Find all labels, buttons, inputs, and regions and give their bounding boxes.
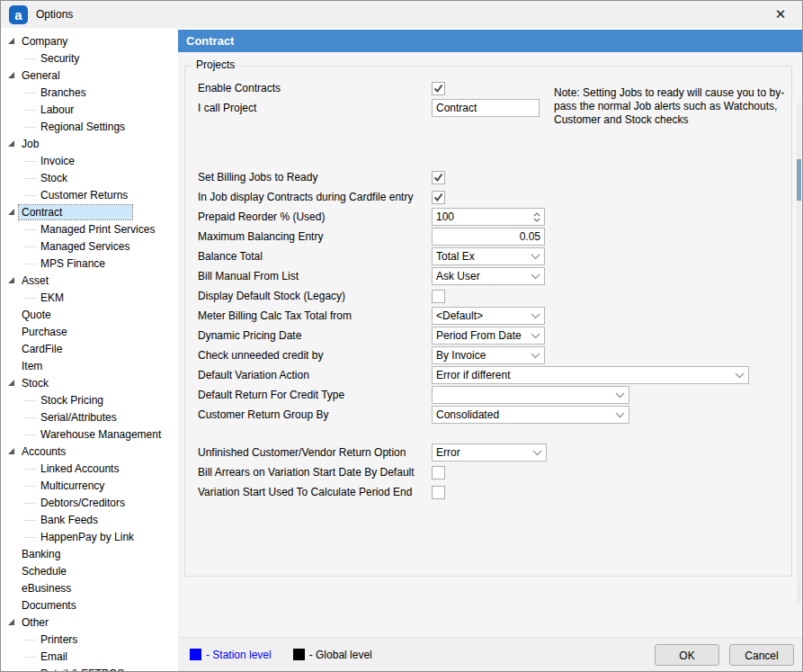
sidebar-item-managed-services[interactable]: Managed Services <box>1 237 178 255</box>
maximum-balancing-entry-input[interactable]: 0.05 <box>432 228 545 246</box>
sidebar-item-stock[interactable]: Stock <box>1 169 178 186</box>
sidebar-item-item[interactable]: Item <box>1 357 178 374</box>
variation-start-used-to-calculate-period-end-checkbox[interactable] <box>432 486 445 499</box>
meter-billing-calc-tax-total-from-select[interactable]: <Default> <box>432 307 545 325</box>
ok-button[interactable]: OK <box>655 644 719 666</box>
field-value: By Invoice <box>436 347 527 363</box>
sidebar-item-schedule[interactable]: Schedule <box>1 562 178 579</box>
sidebar-item-invoice[interactable]: Invoice <box>1 152 178 169</box>
spacer <box>185 425 791 443</box>
tree-item-label: Stock Pricing <box>38 393 106 408</box>
customer-return-group-by-select[interactable]: Consolidated <box>432 406 629 424</box>
sidebar-tree: CompanySecurityGeneralBranchesLabourRegi… <box>1 28 178 671</box>
sidebar-item-branches[interactable]: Branches <box>1 84 178 101</box>
sidebar-item-asset[interactable]: Asset <box>1 272 178 289</box>
sidebar-item-printers[interactable]: Printers <box>1 631 178 648</box>
enable-contracts-checkbox[interactable] <box>432 82 445 95</box>
close-button[interactable]: ✕ <box>770 4 791 24</box>
chevron-down-icon <box>531 353 540 359</box>
tree-spacer <box>4 359 19 373</box>
field-row-unfinished-customer-vendor-return-option: Unfinished Customer/Vendor Return Option… <box>185 443 791 462</box>
sidebar-item-other[interactable]: Other <box>1 614 178 631</box>
field-row-check-unneeded-credit-by: Check unneeded credit byBy Invoice <box>185 345 791 365</box>
sidebar-item-ekm[interactable]: EKM <box>1 289 178 306</box>
expand-arrow-icon[interactable] <box>4 137 19 151</box>
sidebar-item-happenpay-by-link[interactable]: HappenPay by Link <box>1 528 178 545</box>
field-value: Contract <box>436 100 535 116</box>
sidebar-item-multicurrency[interactable]: Multicurrency <box>1 477 178 494</box>
field-row-balance-total: Balance TotalTotal Ex <box>185 246 791 266</box>
sidebar-item-contract[interactable]: Contract <box>1 203 178 220</box>
balance-total-select[interactable]: Total Ex <box>432 247 545 265</box>
tree-item-label: Managed Print Services <box>38 222 157 237</box>
tree-item-label: Other <box>19 615 51 630</box>
bill-manual-from-list-select[interactable]: Ask User <box>432 267 545 285</box>
expand-arrow-icon[interactable] <box>4 444 19 459</box>
sidebar-item-email[interactable]: Email <box>1 648 178 665</box>
sidebar-item-regional-settings[interactable]: Regional Settings <box>1 118 178 135</box>
sidebar-item-quote[interactable]: Quote <box>1 306 178 323</box>
expand-arrow-icon[interactable] <box>4 205 19 220</box>
field-row-dynamic-pricing-date: Dynamic Pricing DatePeriod From Date <box>185 326 791 345</box>
sidebar-item-security[interactable]: Security <box>1 49 178 67</box>
sidebar-item-labour[interactable]: Labour <box>1 101 178 118</box>
sidebar-item-company[interactable]: Company <box>1 32 178 49</box>
expand-arrow-icon[interactable] <box>4 34 19 49</box>
in-job-display-contracts-during-cardfile-entry-checkbox[interactable] <box>432 191 445 204</box>
tree-item-label: Job <box>19 137 41 151</box>
level-legend: - Station level - Global level <box>190 649 388 661</box>
sidebar-item-debtors-creditors[interactable]: Debtors/Creditors <box>1 494 178 511</box>
sidebar-item-stock[interactable]: Stock <box>1 374 178 391</box>
sidebar-item-job[interactable]: Job <box>1 135 178 152</box>
i-call-project-input[interactable]: Contract <box>432 99 540 117</box>
sidebar-item-retail-eftpos[interactable]: Retail & EFTPOS <box>1 665 178 671</box>
sidebar-item-customer-returns[interactable]: Customer Returns <box>1 186 178 203</box>
field-label: Meter Billing Calc Tax Total from <box>198 309 432 322</box>
spinner-arrows-icon[interactable] <box>533 212 540 222</box>
sidebar-item-banking[interactable]: Banking <box>1 545 178 562</box>
expand-arrow-icon[interactable] <box>4 68 19 83</box>
unfinished-customer-vendor-return-option-select[interactable]: Error <box>432 444 547 461</box>
jobs-ready-note: Note: Setting Jobs to ready will cause y… <box>554 86 786 127</box>
field-label: Set Billing Jobs to Ready <box>198 171 432 184</box>
sidebar-item-mps-finance[interactable]: MPS Finance <box>1 255 178 272</box>
sidebar-item-purchase[interactable]: Purchase <box>1 323 178 340</box>
sidebar-item-stock-pricing[interactable]: Stock Pricing <box>1 391 178 408</box>
chevron-down-icon <box>531 333 540 339</box>
scrollbar[interactable] <box>797 103 801 605</box>
sidebar-item-documents[interactable]: Documents <box>1 596 178 614</box>
groupbox-label: Projects <box>192 58 238 71</box>
tree-item-label: Stock <box>38 171 70 185</box>
sidebar-item-serial-attributes[interactable]: Serial/Attributes <box>1 408 178 426</box>
tree-item-label: Multicurrency <box>38 479 107 493</box>
sidebar-item-managed-print-services[interactable]: Managed Print Services <box>1 220 178 237</box>
sidebar-item-general[interactable]: General <box>1 67 178 84</box>
prepaid-reorder-used-spinner[interactable]: 100 <box>432 208 545 226</box>
field-row-maximum-balancing-entry: Maximum Balancing Entry0.05 <box>185 227 791 246</box>
tree-item-label: Asset <box>19 273 51 288</box>
cancel-button[interactable]: Cancel <box>729 644 794 666</box>
check-unneeded-credit-by-select[interactable]: By Invoice <box>432 346 545 364</box>
default-variation-action-select[interactable]: Error if different <box>432 366 749 384</box>
field-label: Dynamic Pricing Date <box>198 329 432 342</box>
default-return-for-credit-type-select[interactable] <box>432 386 629 404</box>
field-value: 100 <box>436 209 530 225</box>
expand-arrow-icon[interactable] <box>4 273 19 288</box>
tree-spacer <box>23 154 38 168</box>
sidebar-item-cardfile[interactable]: CardFile <box>1 340 178 357</box>
bill-arrears-on-variation-start-date-by-default-checkbox[interactable] <box>432 466 445 479</box>
sidebar-item-accounts[interactable]: Accounts <box>1 443 178 460</box>
expand-arrow-icon[interactable] <box>4 615 19 630</box>
field-row-variation-start-used-to-calculate-period-end: Variation Start Used To Calculate Period… <box>185 482 791 502</box>
sidebar-item-warehouse-management[interactable]: Warehouse Management <box>1 426 178 443</box>
dynamic-pricing-date-select[interactable]: Period From Date <box>432 327 545 345</box>
sidebar-item-ebusiness[interactable]: eBusiness <box>1 579 178 596</box>
chevron-down-icon <box>735 372 745 379</box>
tree-spacer <box>23 256 38 271</box>
sidebar-item-linked-accounts[interactable]: Linked Accounts <box>1 460 178 477</box>
display-default-stock-legacy-checkbox[interactable] <box>432 290 445 303</box>
expand-arrow-icon[interactable] <box>4 376 19 390</box>
scrollbar-thumb[interactable] <box>797 159 801 201</box>
sidebar-item-bank-feeds[interactable]: Bank Feeds <box>1 511 178 528</box>
set-billing-jobs-to-ready-checkbox[interactable] <box>432 171 445 184</box>
